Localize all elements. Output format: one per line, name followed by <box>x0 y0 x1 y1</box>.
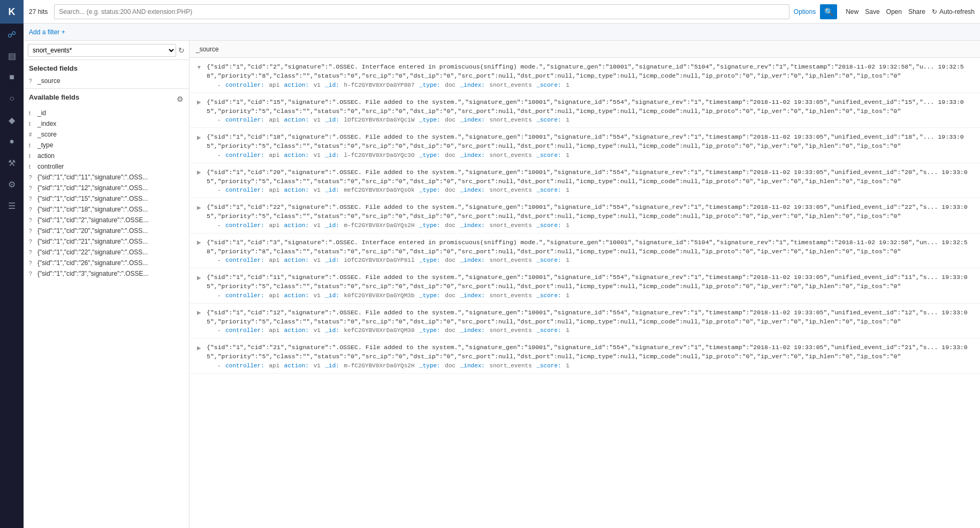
result-text: {"sid":"1","cid":"18","signature":".OSSE… <box>207 132 974 151</box>
available-field-item[interactable]: ?{"sid":"1","cid":"22","signature":".OSS… <box>29 247 184 258</box>
expand-arrow-icon[interactable]: ▶ <box>196 310 202 316</box>
field-name-label: {"sid":"1","cid":"2","signature":".OSSE.… <box>37 216 149 224</box>
result-row: ▼ {"sid":"1","cid":"2","signature":".OSS… <box>196 62 974 88</box>
meta-key: controller: <box>225 327 264 334</box>
nav-dashboard[interactable]: ■ <box>0 66 24 88</box>
result-row: ▶ {"sid":"1","cid":"3","signature":".OSS… <box>196 238 974 264</box>
result-row: ▶ {"sid":"1","cid":"20","signature":".OS… <box>196 168 974 194</box>
meta-key: action: <box>284 117 309 123</box>
gear-icon[interactable]: ⚙ <box>177 95 184 103</box>
top-bar: 27 hits Options 🔍 New Save Open Share ↻ … <box>24 0 980 24</box>
field-name-label: {"sid":"1","cid":"18","signature":".OSS.… <box>37 206 148 213</box>
auto-refresh-toggle[interactable]: ↻ Auto-refresh <box>932 8 975 16</box>
available-field-item[interactable]: ?{"sid":"1","cid":"20","signature":".OSS… <box>29 225 184 236</box>
available-field-item[interactable]: #_score <box>29 129 184 140</box>
result-content: {"sid":"1","cid":"3","signature":".OSSEC… <box>207 238 974 264</box>
selected-field-item[interactable]: ?_source <box>29 76 184 86</box>
meta-key: _type: <box>419 117 440 123</box>
meta-key: action: <box>284 82 309 88</box>
nav-discover[interactable]: ☍ <box>0 24 24 45</box>
result-item: ▶ {"sid":"1","cid":"12","signature":".OS… <box>189 304 980 339</box>
result-meta: - controller: api action: v1 _id: m-fC2G… <box>207 222 974 229</box>
field-type-icon: t <box>29 164 34 170</box>
available-field-item[interactable]: ?{"sid":"1","cid":"26","signature":".OSS… <box>29 258 184 268</box>
meta-key: _index: <box>460 187 485 193</box>
result-row: ▶ {"sid":"1","cid":"21","signature":".OS… <box>196 343 974 369</box>
field-type-icon: ? <box>29 196 34 202</box>
result-item: ▶ {"sid":"1","cid":"15","signature":".OS… <box>189 93 980 129</box>
share-button[interactable]: Share <box>908 8 925 16</box>
meta-key: _score: <box>536 152 561 159</box>
result-item: ▶ {"sid":"1","cid":"3","signature":".OSS… <box>189 233 980 269</box>
meta-key: _index: <box>460 222 485 229</box>
meta-key: controller: <box>225 292 264 299</box>
left-panel: snort_events* ↻ Selected fields ?_source… <box>24 41 189 528</box>
add-filter-button[interactable]: Add a filter + <box>29 28 65 36</box>
meta-key: controller: <box>225 187 264 193</box>
expand-arrow-icon[interactable]: ▼ <box>196 64 202 70</box>
result-meta: - controller: api action: v1 _id: kefC2G… <box>207 327 974 334</box>
available-field-item[interactable]: ?{"sid":"1","cid":"3","signature":".OSSE… <box>29 268 184 279</box>
available-field-item[interactable]: ?{"sid":"1","cid":"12","signature":".OSS… <box>29 183 184 193</box>
app-logo[interactable]: K <box>0 0 24 24</box>
nav-management[interactable]: ☰ <box>0 195 24 216</box>
field-type-icon: ? <box>29 78 34 84</box>
refresh-icon: ↻ <box>932 8 937 16</box>
nav-timelion[interactable]: ○ <box>0 88 24 109</box>
expand-arrow-icon[interactable]: ▶ <box>196 344 202 351</box>
available-field-item[interactable]: taction <box>29 150 184 161</box>
search-input[interactable] <box>54 4 789 19</box>
index-select[interactable]: snort_events* <box>28 44 176 57</box>
meta-key: controller: <box>225 363 264 369</box>
available-field-item[interactable]: tcontroller <box>29 161 184 172</box>
available-field-item[interactable]: t_type <box>29 140 184 150</box>
content-area: snort_events* ↻ Selected fields ?_source… <box>24 41 980 528</box>
result-content: {"sid":"1","cid":"20","signature":".OSSE… <box>207 168 974 194</box>
save-button[interactable]: Save <box>865 8 879 16</box>
nav-monitoring[interactable]: ⚙ <box>0 174 24 195</box>
meta-key: controller: <box>225 82 264 88</box>
expand-arrow-icon[interactable]: ▶ <box>196 169 202 176</box>
expand-arrow-icon[interactable]: ▶ <box>196 134 202 140</box>
expand-arrow-icon[interactable]: ▶ <box>196 239 202 246</box>
result-meta: - controller: api action: v1 _id: k0fC2G… <box>207 292 974 299</box>
meta-key: _index: <box>460 82 485 88</box>
meta-key: _score: <box>536 292 561 299</box>
expand-arrow-icon[interactable]: ▶ <box>196 274 202 281</box>
nav-canvas[interactable]: ◆ <box>0 109 24 131</box>
available-field-item[interactable]: ?{"sid":"1","cid":"18","signature":".OSS… <box>29 204 184 215</box>
search-button[interactable]: 🔍 <box>820 4 837 19</box>
expand-arrow-icon[interactable]: ▶ <box>196 99 202 105</box>
meta-key: action: <box>284 257 309 263</box>
meta-key: _id: <box>325 292 339 299</box>
result-content: {"sid":"1","cid":"15","signature":".OSSE… <box>207 97 974 124</box>
open-button[interactable]: Open <box>886 8 902 16</box>
refresh-icon[interactable]: ↻ <box>178 46 185 55</box>
new-button[interactable]: New <box>846 8 859 16</box>
meta-key: _index: <box>460 327 485 334</box>
field-name-label: {"sid":"1","cid":"20","signature":".OSS.… <box>37 227 148 235</box>
field-type-icon: ? <box>29 239 34 245</box>
available-field-item[interactable]: ?{"sid":"1","cid":"15","signature":".OSS… <box>29 193 184 204</box>
meta-key: controller: <box>225 152 264 159</box>
options-link[interactable]: Options <box>794 8 816 16</box>
expand-arrow-icon[interactable]: ▶ <box>196 204 202 210</box>
result-item: ▶ {"sid":"1","cid":"18","signature":".OS… <box>189 128 980 163</box>
available-field-item[interactable]: ?{"sid":"1","cid":"2","signature":".OSSE… <box>29 215 184 225</box>
nav-visualize[interactable]: ▤ <box>0 45 24 66</box>
meta-key: _score: <box>536 327 561 334</box>
hits-count: 27 hits <box>29 8 48 16</box>
meta-key: _type: <box>419 292 440 299</box>
filter-bar: Add a filter + <box>24 24 980 41</box>
result-item: ▼ {"sid":"1","cid":"2","signature":".OSS… <box>189 58 980 93</box>
nav-dev-tools[interactable]: ⚒ <box>0 152 24 174</box>
meta-key: _type: <box>419 82 440 88</box>
available-field-item[interactable]: t_id <box>29 108 184 118</box>
result-text: {"sid":"1","cid":"2","signature":".OSSEC… <box>207 62 974 81</box>
available-field-item[interactable]: t_index <box>29 118 184 129</box>
result-meta: - controller: api action: v1 _id: iOfC2G… <box>207 257 974 263</box>
right-panel: _source ▼ {"sid":"1","cid":"2","signatur… <box>189 41 980 528</box>
available-field-item[interactable]: ?{"sid":"1","cid":"11","signature":".OSS… <box>29 172 184 183</box>
available-field-item[interactable]: ?{"sid":"1","cid":"21","signature":".OSS… <box>29 236 184 247</box>
nav-maps[interactable]: ● <box>0 131 24 152</box>
